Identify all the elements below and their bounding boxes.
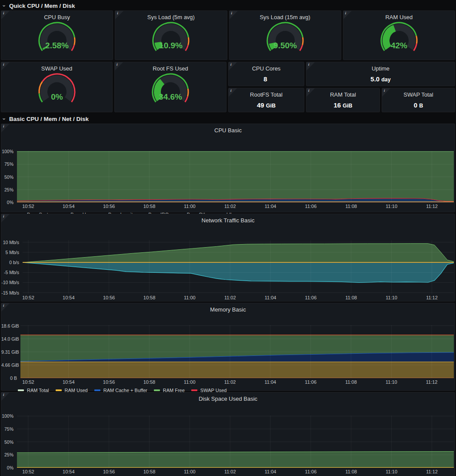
- info-icon: i: [345, 11, 346, 15]
- gauge: 0%: [30, 72, 84, 108]
- x-tick-label: 11:00: [184, 295, 196, 300]
- panel-title[interactable]: RootFS Total: [229, 88, 304, 98]
- gauge-value: 10.9%: [159, 41, 183, 50]
- panel-title[interactable]: Root FS Used: [115, 62, 226, 72]
- panel-info-corner[interactable]: i: [115, 11, 123, 19]
- panel-cpu-busy: i CPU Busy 2.58%: [1, 10, 113, 60]
- legend-swatch: [154, 389, 160, 391]
- x-tick-label: 10:56: [103, 295, 115, 300]
- panel-memory-basic: i Memory Basic 18.6 GiB14.0 GiB9.31 GiB4…: [1, 303, 455, 391]
- y-tick-label: 50%: [1, 439, 15, 445]
- panel-title[interactable]: Uptime: [306, 62, 455, 72]
- panel-info-corner[interactable]: i: [229, 88, 237, 97]
- x-tick-label: 10:58: [143, 295, 156, 300]
- x-tick-label: 11:04: [265, 204, 276, 209]
- panel-title[interactable]: Network Traffic Basic: [1, 214, 455, 224]
- legend-swatch: [18, 389, 24, 391]
- x-tick-label: 10:58: [143, 204, 156, 209]
- panel-info-corner[interactable]: i: [306, 62, 315, 70]
- panel-network-traffic-basic: i Network Traffic Basic 10 Mb/s5 Mb/s0 b…: [1, 214, 455, 302]
- section-collapse-icon[interactable]: ⌄: [2, 116, 6, 120]
- panel-title[interactable]: RAM Used: [343, 11, 455, 20]
- stat-unit: day: [381, 77, 391, 83]
- section-header-basic[interactable]: ⌄ Basic CPU / Mem / Net / Disk: [0, 114, 456, 124]
- panel-info-corner[interactable]: i: [229, 62, 237, 70]
- panel-title[interactable]: SWAP Used: [1, 62, 112, 72]
- x-tick-label: 11:10: [386, 204, 397, 209]
- info-icon: i: [3, 392, 4, 397]
- panel-info-corner[interactable]: i: [1, 392, 10, 401]
- panel-info-corner[interactable]: i: [1, 11, 10, 19]
- stat-value: 16GiB: [306, 101, 379, 109]
- section-title: Basic CPU / Mem / Net / Disk: [9, 116, 89, 122]
- info-icon: i: [116, 62, 118, 67]
- stat-unit: B: [419, 103, 423, 109]
- panel-title[interactable]: Sys Load (5m avg): [115, 11, 226, 20]
- gauge-threshold-arc: [302, 37, 303, 45]
- x-tick-label: 10:56: [103, 204, 115, 209]
- disk-plot: 100%75%50%25%0%: [1, 416, 455, 468]
- panel-title[interactable]: CPU Cores: [229, 62, 304, 72]
- panel-info-corner[interactable]: i: [382, 88, 390, 97]
- stat-number: 0: [414, 101, 417, 109]
- panel-title[interactable]: Disk Space Used Basic: [1, 392, 455, 402]
- x-tick-label: 11:10: [386, 379, 397, 385]
- panel-title[interactable]: CPU Basic: [1, 124, 455, 134]
- series-area-Idle: [17, 151, 454, 201]
- x-tick-label: 10:54: [63, 469, 75, 474]
- panel-uptime: i Uptime 5.0day: [306, 62, 455, 86]
- x-tick-label: 10:56: [103, 469, 115, 474]
- info-icon: i: [231, 11, 233, 15]
- x-tick-label: 11:02: [224, 379, 236, 385]
- gauge-row-1: i CPU Busy 2.58% i Sys Load (5m avg) 10.…: [0, 10, 456, 60]
- panel-info-corner[interactable]: i: [1, 303, 10, 312]
- panel-ram-total: i RAM Total 16GiB: [306, 88, 380, 112]
- panel-title[interactable]: Memory Basic: [1, 303, 455, 313]
- panel-title[interactable]: RAM Total: [306, 88, 379, 98]
- series-area-RAM Used: [20, 362, 454, 378]
- panel-info-corner[interactable]: i: [230, 11, 238, 19]
- gauge-value: 2.58%: [45, 41, 69, 50]
- sys-load-15m-gauge: 9.50%: [230, 20, 341, 57]
- panel-title[interactable]: SWAP Total: [382, 88, 455, 98]
- stat-unit: GiB: [343, 103, 352, 109]
- gauge-value: 34.6%: [159, 92, 182, 101]
- cpu-busy-gauge: 2.58%: [1, 20, 113, 57]
- panel-info-corner[interactable]: i: [1, 214, 10, 222]
- root-fs-used-gauge: 34.6%: [115, 72, 226, 108]
- x-tick-label: 11:06: [305, 379, 316, 385]
- x-tick-label: 11:00: [184, 469, 196, 474]
- x-tick-label: 10:58: [143, 469, 156, 474]
- x-tick-label: 11:02: [224, 204, 236, 209]
- x-tick-label: 11:10: [386, 469, 397, 474]
- x-axis: 10:5210:5410:5610:5811:0011:0211:0411:06…: [1, 378, 455, 385]
- info-icon: i: [3, 62, 4, 67]
- panel-root-fs-used: i Root FS Used 34.6%: [114, 62, 226, 112]
- x-tick-label: 10:54: [63, 295, 75, 300]
- panel-info-corner[interactable]: i: [343, 11, 352, 19]
- y-tick-label: 18.6 GiB: [1, 323, 19, 329]
- stat-value: 5.0day: [306, 75, 455, 83]
- panel-info-corner[interactable]: i: [1, 124, 10, 132]
- cpu-basic-plot: 100%75%50%25%0%: [1, 151, 455, 202]
- panel-info-corner[interactable]: i: [306, 88, 315, 97]
- chart-canvas: [17, 416, 454, 468]
- section-collapse-icon[interactable]: ⌄: [2, 3, 6, 7]
- y-tick-label: 100%: [1, 149, 15, 154]
- info-icon: i: [308, 88, 310, 93]
- section-header-quick[interactable]: ⌄ Quick CPU / Mem / Disk: [0, 1, 456, 10]
- gauge-threshold-arc: [416, 36, 416, 44]
- y-tick-label: 75%: [1, 161, 15, 167]
- x-tick-label: 10:54: [63, 379, 75, 385]
- panel-info-corner[interactable]: i: [115, 62, 123, 70]
- x-tick-label: 11:12: [426, 295, 438, 300]
- info-icon: i: [3, 214, 4, 218]
- panel-info-corner[interactable]: i: [1, 62, 10, 70]
- panel-title[interactable]: Sys Load (15m avg): [230, 11, 341, 20]
- x-tick-label: 11:12: [426, 379, 438, 385]
- x-tick-label: 10:56: [103, 379, 115, 385]
- panel-title[interactable]: CPU Busy: [1, 11, 113, 20]
- panel-swap-used: i SWAP Used 0%: [1, 62, 113, 112]
- stat-value: 0B: [382, 101, 455, 109]
- stat-number: 16: [334, 101, 341, 109]
